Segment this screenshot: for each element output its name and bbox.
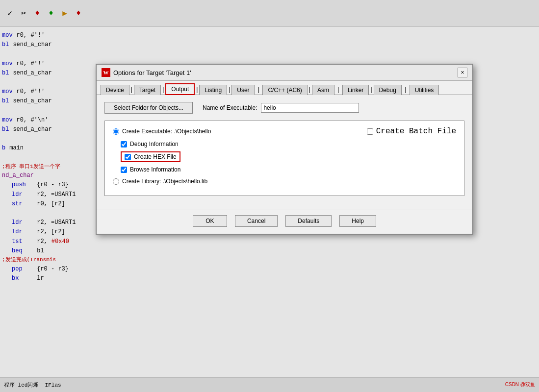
tab-debug[interactable]: Debug <box>374 85 402 95</box>
debug-info-checkbox[interactable] <box>121 141 127 147</box>
debug-info-row: Debug Information <box>121 141 456 147</box>
help-button[interactable]: Help <box>339 215 376 227</box>
tab-asm[interactable]: Asm <box>312 85 334 95</box>
name-executable-input[interactable] <box>261 103 359 113</box>
options-dialog: W Options for Target 'Target 1' × Device… <box>96 64 473 235</box>
dialog-title-left: W Options for Target 'Target 1' <box>102 68 191 77</box>
create-batch-label: Create Batch File <box>376 127 456 136</box>
defaults-button[interactable]: Defaults <box>285 215 332 227</box>
create-executable-radio[interactable] <box>113 128 119 135</box>
watermark: CSDN @双鱼 <box>505 381 535 388</box>
tab-sep: | <box>161 85 165 95</box>
tab-sep: | <box>130 85 133 95</box>
tab-sep: | <box>369 85 373 95</box>
dialog-close-button[interactable]: × <box>458 68 467 77</box>
name-executable-row: Name of Executable: <box>203 103 359 113</box>
name-executable-label: Name of Executable: <box>203 104 257 111</box>
tab-target[interactable]: Target <box>134 85 161 95</box>
dialog-content: Select Folder for Objects... Name of Exe… <box>97 95 472 210</box>
tab-cpp[interactable]: C/C++ (AC6) <box>262 85 307 95</box>
create-executable-row: Create Executable: .\Objects\hello <box>113 128 211 135</box>
dialog-titlebar: W Options for Target 'Target 1' × <box>97 65 472 81</box>
tab-utilities[interactable]: Utilities <box>410 85 439 95</box>
tab-sep: | <box>308 85 311 95</box>
tabs-bar: Device | Target | Output | Listing | Use… <box>97 81 472 95</box>
create-batch-checkbox[interactable] <box>367 128 373 135</box>
tab-sep: | <box>402 85 409 95</box>
dialog-title-text: Options for Target 'Target 1' <box>113 69 191 76</box>
create-hex-highlighted: Create HEX File <box>121 151 180 162</box>
create-hex-label: Create HEX File <box>134 153 177 160</box>
dialog-buttons: OK Cancel Defaults Help <box>97 210 472 234</box>
browse-info-label: Browse Information <box>130 166 180 173</box>
tab-device[interactable]: Device <box>101 85 129 95</box>
browse-info-checkbox[interactable] <box>121 167 127 173</box>
folder-row: Select Folder for Objects... Name of Exe… <box>104 102 464 114</box>
ok-button[interactable]: OK <box>193 215 227 227</box>
tab-output[interactable]: Output <box>165 83 195 95</box>
tab-sep: | <box>195 85 199 95</box>
tab-listing[interactable]: Listing <box>199 85 227 95</box>
tab-linker[interactable]: Linker <box>342 85 369 95</box>
tab-sep: | <box>335 85 342 95</box>
create-batch-section: Create Batch File <box>367 127 456 136</box>
create-hex-checkbox[interactable] <box>125 154 131 160</box>
create-library-row: Create Library: .\Objects\hello.lib <box>113 178 456 185</box>
dialog-title-icon: W <box>102 68 110 77</box>
create-executable-label: Create Executable: .\Objects\hello <box>122 128 211 135</box>
tab-sep: | <box>228 85 231 95</box>
create-library-label: Create Library: .\Objects\hello.lib <box>122 178 207 185</box>
cancel-button[interactable]: Cancel <box>235 215 278 227</box>
options-box: Create Executable: .\Objects\hello Creat… <box>104 121 464 196</box>
tab-user[interactable]: User <box>231 85 255 95</box>
browse-info-row: Browse Information <box>121 166 456 173</box>
create-library-radio[interactable] <box>113 178 119 185</box>
create-hex-row: Create HEX File <box>121 151 456 162</box>
tab-sep: | <box>256 85 262 95</box>
debug-info-label: Debug Information <box>130 141 179 147</box>
select-folder-button[interactable]: Select Folder for Objects... <box>104 102 193 114</box>
